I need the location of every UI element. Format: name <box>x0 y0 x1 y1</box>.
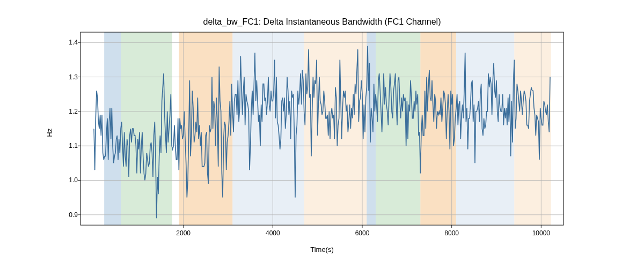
y-tick-label: 1.0 <box>56 176 78 184</box>
svg-rect-3 <box>232 32 304 225</box>
x-tick-label: 4000 <box>266 229 280 237</box>
y-axis-label: Hz <box>46 129 54 137</box>
svg-rect-9 <box>514 32 551 225</box>
x-tick-label: 2000 <box>176 229 191 237</box>
y-tick-label: 1.1 <box>56 142 78 150</box>
y-tick-label: 1.4 <box>56 39 78 46</box>
y-tick-label: 1.3 <box>56 73 78 81</box>
x-axis-label: Time(s) <box>80 245 564 254</box>
chart-plot-area <box>80 32 564 225</box>
x-tick-label: 8000 <box>444 229 459 237</box>
y-tick-label: 1.2 <box>56 108 78 115</box>
x-tick-label: 10000 <box>532 229 550 237</box>
chart-svg <box>80 32 564 225</box>
x-tick-label: 6000 <box>355 229 370 237</box>
y-tick-label: 0.9 <box>56 211 78 219</box>
svg-rect-1 <box>121 32 172 225</box>
chart-title: delta_bw_FC1: Delta Instantaneous Bandwi… <box>80 17 564 27</box>
